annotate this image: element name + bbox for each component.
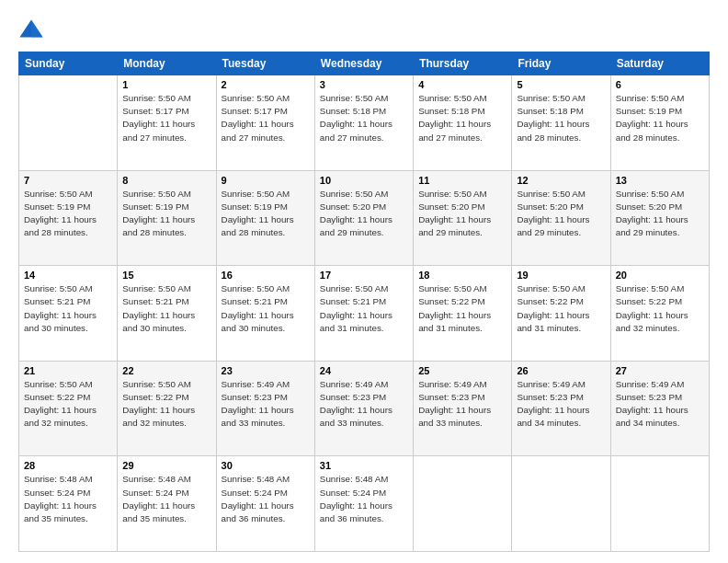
sunrise-label: Sunrise: 5:50 AM <box>320 283 389 293</box>
sunrise-label: Sunrise: 5:48 AM <box>24 474 93 484</box>
sunrise-label: Sunrise: 5:50 AM <box>517 283 586 293</box>
day-info: Sunrise: 5:50 AM Sunset: 5:21 PM Dayligh… <box>222 282 310 335</box>
day-number: 8 <box>122 175 210 186</box>
day-number: 4 <box>418 79 506 90</box>
sunrise-label: Sunrise: 5:50 AM <box>616 189 685 199</box>
daylight-label: Daylight: 11 hours and 35 minutes. <box>122 500 195 523</box>
calendar-cell: 21 Sunrise: 5:50 AM Sunset: 5:22 PM Dayl… <box>19 361 118 456</box>
sunrise-label: Sunrise: 5:49 AM <box>517 379 586 389</box>
day-number: 28 <box>24 460 112 471</box>
calendar-week-row: 7 Sunrise: 5:50 AM Sunset: 5:19 PM Dayli… <box>19 170 710 266</box>
sunset-label: Sunset: 5:19 PM <box>222 201 288 212</box>
calendar-cell <box>610 456 709 552</box>
day-info: Sunrise: 5:49 AM Sunset: 5:23 PM Dayligh… <box>616 378 704 431</box>
sunrise-label: Sunrise: 5:50 AM <box>122 93 191 103</box>
day-number: 14 <box>24 270 112 281</box>
sunrise-label: Sunrise: 5:50 AM <box>418 189 487 199</box>
sunrise-label: Sunrise: 5:50 AM <box>418 93 487 103</box>
sunset-label: Sunset: 5:21 PM <box>122 296 188 306</box>
sunrise-label: Sunrise: 5:48 AM <box>122 474 191 484</box>
sunrise-label: Sunrise: 5:50 AM <box>418 283 487 293</box>
day-info: Sunrise: 5:50 AM Sunset: 5:17 PM Dayligh… <box>222 92 310 144</box>
daylight-label: Daylight: 11 hours and 36 minutes. <box>320 500 392 523</box>
day-info: Sunrise: 5:49 AM Sunset: 5:23 PM Dayligh… <box>418 378 506 431</box>
day-info: Sunrise: 5:50 AM Sunset: 5:21 PM Dayligh… <box>320 282 408 335</box>
sunset-label: Sunset: 5:22 PM <box>616 296 682 306</box>
day-number: 15 <box>122 270 210 281</box>
sunrise-label: Sunrise: 5:50 AM <box>122 189 191 199</box>
day-info: Sunrise: 5:50 AM Sunset: 5:22 PM Dayligh… <box>517 282 605 335</box>
sunrise-label: Sunrise: 5:50 AM <box>24 379 93 389</box>
daylight-label: Daylight: 11 hours and 27 minutes. <box>418 119 491 142</box>
calendar-cell: 23 Sunrise: 5:49 AM Sunset: 5:23 PM Dayl… <box>216 361 314 456</box>
sunrise-label: Sunrise: 5:50 AM <box>320 93 389 103</box>
day-info: Sunrise: 5:50 AM Sunset: 5:22 PM Dayligh… <box>122 378 210 431</box>
sunrise-label: Sunrise: 5:49 AM <box>616 379 685 389</box>
day-info: Sunrise: 5:50 AM Sunset: 5:19 PM Dayligh… <box>222 188 310 240</box>
daylight-label: Daylight: 11 hours and 29 minutes. <box>418 214 491 237</box>
sunset-label: Sunset: 5:21 PM <box>320 296 386 306</box>
calendar-cell: 18 Sunrise: 5:50 AM Sunset: 5:22 PM Dayl… <box>414 266 512 362</box>
calendar-cell: 30 Sunrise: 5:48 AM Sunset: 5:24 PM Dayl… <box>216 456 314 552</box>
sunrise-label: Sunrise: 5:48 AM <box>222 474 290 484</box>
sunset-label: Sunset: 5:20 PM <box>418 201 484 212</box>
day-info: Sunrise: 5:50 AM Sunset: 5:18 PM Dayligh… <box>320 92 408 144</box>
day-number: 12 <box>517 175 605 186</box>
day-info: Sunrise: 5:50 AM Sunset: 5:18 PM Dayligh… <box>517 92 605 144</box>
sunrise-label: Sunrise: 5:48 AM <box>320 474 389 484</box>
calendar-cell: 28 Sunrise: 5:48 AM Sunset: 5:24 PM Dayl… <box>19 456 118 552</box>
calendar-week-row: 28 Sunrise: 5:48 AM Sunset: 5:24 PM Dayl… <box>19 456 710 552</box>
day-number: 5 <box>517 79 605 90</box>
day-info: Sunrise: 5:50 AM Sunset: 5:19 PM Dayligh… <box>122 188 210 240</box>
sunset-label: Sunset: 5:18 PM <box>320 106 386 116</box>
calendar-cell: 1 Sunrise: 5:50 AM Sunset: 5:17 PM Dayli… <box>118 75 216 171</box>
sunset-label: Sunset: 5:20 PM <box>320 201 386 212</box>
day-number: 23 <box>222 365 310 376</box>
daylight-label: Daylight: 11 hours and 30 minutes. <box>222 310 294 333</box>
day-info: Sunrise: 5:50 AM Sunset: 5:21 PM Dayligh… <box>122 282 210 335</box>
day-info: Sunrise: 5:50 AM Sunset: 5:19 PM Dayligh… <box>24 188 112 240</box>
sunset-label: Sunset: 5:24 PM <box>222 488 288 498</box>
calendar-cell: 4 Sunrise: 5:50 AM Sunset: 5:18 PM Dayli… <box>414 75 512 171</box>
daylight-label: Daylight: 11 hours and 34 minutes. <box>517 405 589 428</box>
day-info: Sunrise: 5:48 AM Sunset: 5:24 PM Dayligh… <box>320 473 408 525</box>
sunrise-label: Sunrise: 5:50 AM <box>222 283 290 293</box>
calendar-cell: 13 Sunrise: 5:50 AM Sunset: 5:20 PM Dayl… <box>610 170 709 266</box>
sunrise-label: Sunrise: 5:49 AM <box>222 379 290 389</box>
day-number: 9 <box>222 175 310 186</box>
sunrise-label: Sunrise: 5:50 AM <box>222 93 290 103</box>
day-number: 18 <box>418 270 506 281</box>
sunrise-label: Sunrise: 5:49 AM <box>320 379 389 389</box>
day-number: 1 <box>122 79 210 90</box>
day-number: 19 <box>517 270 605 281</box>
day-number: 17 <box>320 270 408 281</box>
daylight-label: Daylight: 11 hours and 30 minutes. <box>24 310 97 333</box>
sunset-label: Sunset: 5:21 PM <box>222 296 288 306</box>
daylight-label: Daylight: 11 hours and 34 minutes. <box>616 405 688 428</box>
day-info: Sunrise: 5:50 AM Sunset: 5:21 PM Dayligh… <box>24 282 112 335</box>
daylight-label: Daylight: 11 hours and 29 minutes. <box>616 214 688 237</box>
sunset-label: Sunset: 5:19 PM <box>616 106 682 116</box>
weekday-header-cell: Wednesday <box>314 52 413 75</box>
day-info: Sunrise: 5:49 AM Sunset: 5:23 PM Dayligh… <box>222 378 310 431</box>
day-number: 30 <box>222 460 310 471</box>
day-number: 22 <box>122 365 210 376</box>
calendar-cell <box>414 456 512 552</box>
calendar-week-row: 14 Sunrise: 5:50 AM Sunset: 5:21 PM Dayl… <box>19 266 710 362</box>
day-info: Sunrise: 5:50 AM Sunset: 5:20 PM Dayligh… <box>418 188 506 240</box>
day-number: 21 <box>24 365 112 376</box>
sunrise-label: Sunrise: 5:50 AM <box>320 189 389 199</box>
calendar-body: 1 Sunrise: 5:50 AM Sunset: 5:17 PM Dayli… <box>19 75 710 552</box>
sunset-label: Sunset: 5:17 PM <box>222 106 288 116</box>
weekday-header-cell: Monday <box>118 52 216 75</box>
day-number: 11 <box>418 175 506 186</box>
sunset-label: Sunset: 5:23 PM <box>418 392 484 402</box>
calendar-cell: 17 Sunrise: 5:50 AM Sunset: 5:21 PM Dayl… <box>314 266 413 362</box>
calendar-cell: 6 Sunrise: 5:50 AM Sunset: 5:19 PM Dayli… <box>610 75 709 171</box>
daylight-label: Daylight: 11 hours and 31 minutes. <box>418 310 491 333</box>
sunset-label: Sunset: 5:23 PM <box>320 392 386 402</box>
daylight-label: Daylight: 11 hours and 32 minutes. <box>616 310 688 333</box>
daylight-label: Daylight: 11 hours and 35 minutes. <box>24 500 97 523</box>
sunset-label: Sunset: 5:22 PM <box>517 296 583 306</box>
day-info: Sunrise: 5:48 AM Sunset: 5:24 PM Dayligh… <box>122 473 210 525</box>
